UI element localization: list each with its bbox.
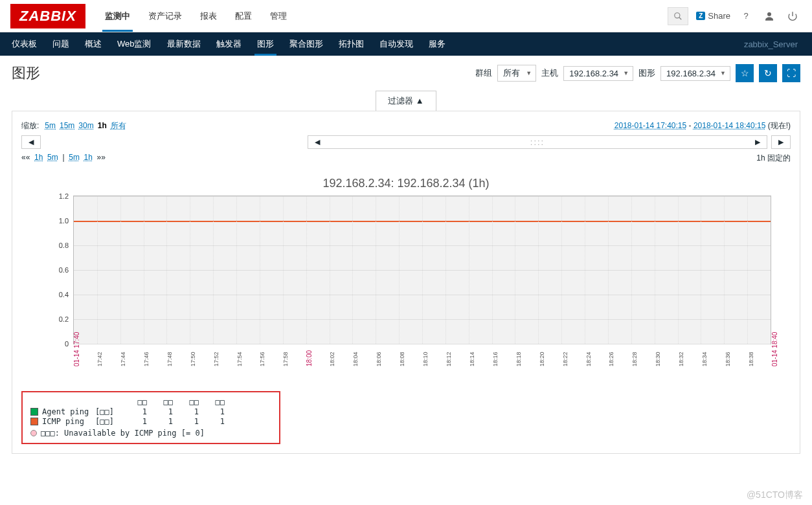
power-icon[interactable] bbox=[785, 8, 800, 24]
sub-nav-2[interactable]: 概述 bbox=[77, 32, 109, 56]
sub-nav-9[interactable]: 自动发现 bbox=[372, 32, 421, 56]
zoom-label: 缩放: bbox=[21, 120, 39, 131]
legend-swatch bbox=[30, 408, 38, 416]
sub-nav-7[interactable]: 聚合图形 bbox=[282, 32, 331, 56]
x-tick: 18:00 bbox=[306, 350, 313, 366]
main-nav-2[interactable]: 报表 bbox=[191, 0, 226, 32]
filter-toggle[interactable]: 过滤器 ▲ bbox=[376, 91, 436, 111]
y-tick: 0.6 bbox=[59, 266, 74, 274]
x-tick: 17:50 bbox=[190, 352, 196, 366]
sub-nav-5[interactable]: 触发器 bbox=[209, 32, 249, 56]
time-to[interactable]: 2018-01-14 18:40:15 bbox=[694, 121, 765, 130]
nav-prev[interactable]: ◀ bbox=[21, 135, 41, 149]
step-fwd-1h[interactable]: 1h bbox=[84, 153, 93, 162]
x-tick: 18:36 bbox=[725, 352, 731, 366]
chart-title: 192.168.2.34: 192.168.2.34 (1h) bbox=[21, 177, 791, 190]
favorite-button[interactable]: ☆ bbox=[736, 64, 754, 82]
fixed-label: 1h 固定的 bbox=[756, 153, 791, 164]
legend-row: Agent ping[□□]1111 bbox=[30, 407, 271, 416]
zoom-所有[interactable]: 所有 bbox=[111, 121, 126, 130]
group-select[interactable]: 所有 bbox=[497, 65, 536, 82]
host-select[interactable]: 192.168.2.34 bbox=[563, 66, 633, 81]
x-tick: 18:02 bbox=[329, 352, 335, 366]
zoom-1h[interactable]: 1h bbox=[98, 121, 107, 130]
y-tick: 0.8 bbox=[59, 241, 74, 249]
x-tick: 17:58 bbox=[282, 352, 289, 366]
step-back-1h[interactable]: 1h bbox=[34, 153, 43, 162]
x-boundary-start: 01-14 17:40 bbox=[73, 332, 80, 366]
sub-nav-10[interactable]: 服务 bbox=[421, 32, 453, 56]
step-back-5m[interactable]: 5m bbox=[47, 153, 58, 162]
main-nav-1[interactable]: 资产记录 bbox=[139, 0, 191, 32]
step-fwd-5m[interactable]: 5m bbox=[69, 153, 80, 162]
sub-nav-4[interactable]: 最新数据 bbox=[159, 32, 209, 56]
logo[interactable]: ZABBIX bbox=[10, 4, 85, 28]
sub-nav-0[interactable]: 仪表板 bbox=[4, 32, 45, 56]
x-tick: 18:12 bbox=[445, 352, 452, 366]
x-tick: 17:56 bbox=[259, 352, 265, 366]
x-tick: 18:16 bbox=[492, 352, 499, 366]
x-tick: 17:42 bbox=[96, 352, 103, 366]
refresh-button[interactable]: ↻ bbox=[759, 64, 777, 82]
host-label: 主机 bbox=[541, 67, 558, 79]
x-tick: 18:30 bbox=[655, 352, 661, 366]
time-from[interactable]: 2018-01-14 17:40:15 bbox=[615, 121, 686, 130]
main-nav-0[interactable]: 监测中 bbox=[96, 0, 139, 32]
x-tick: 18:38 bbox=[748, 352, 754, 366]
x-tick: 18:24 bbox=[585, 352, 592, 366]
x-tick: 17:52 bbox=[213, 352, 220, 366]
y-tick: 1.2 bbox=[59, 192, 74, 200]
x-tick: 18:22 bbox=[562, 352, 569, 366]
search-icon[interactable] bbox=[668, 7, 688, 25]
x-tick: 17:54 bbox=[236, 352, 243, 366]
trigger-marker bbox=[30, 430, 37, 436]
x-tick: 17:44 bbox=[120, 352, 126, 366]
y-tick: 0.4 bbox=[59, 291, 74, 298]
chart-legend: □□□□□□□□ Agent ping[□□]1111ICMP ping[□□]… bbox=[21, 391, 280, 444]
x-tick: 18:10 bbox=[422, 352, 429, 366]
fullscreen-button[interactable]: ⛶ bbox=[782, 64, 800, 82]
x-tick: 18:20 bbox=[539, 352, 545, 366]
x-tick: 17:48 bbox=[166, 352, 173, 366]
user-icon[interactable] bbox=[761, 8, 777, 24]
zoom-30m[interactable]: 30m bbox=[78, 121, 93, 130]
zoom-5m[interactable]: 5m bbox=[45, 121, 56, 130]
x-tick: 17:46 bbox=[143, 352, 150, 366]
main-nav-4[interactable]: 管理 bbox=[261, 0, 296, 32]
x-tick: 18:08 bbox=[399, 352, 405, 366]
slider-left[interactable]: ◀ bbox=[308, 136, 326, 148]
group-label: 群组 bbox=[475, 67, 492, 79]
svg-point-2 bbox=[767, 12, 771, 16]
zoom-15m[interactable]: 15m bbox=[60, 121, 74, 130]
page-title: 图形 bbox=[12, 63, 40, 83]
sub-nav-8[interactable]: 拓扑图 bbox=[331, 32, 372, 56]
slider-right[interactable]: ▶ bbox=[749, 136, 767, 148]
x-tick: 18:34 bbox=[701, 352, 708, 366]
svg-point-0 bbox=[675, 12, 680, 17]
x-tick: 18:28 bbox=[631, 352, 638, 366]
y-tick: 1.0 bbox=[59, 217, 74, 225]
x-tick: 18:32 bbox=[678, 352, 684, 366]
share-button[interactable]: ZShare bbox=[696, 11, 730, 21]
legend-swatch bbox=[30, 418, 38, 425]
server-label: zabbix_Server bbox=[744, 39, 808, 49]
nav-next[interactable]: ▶ bbox=[771, 135, 791, 149]
sub-nav-1[interactable]: 问题 bbox=[45, 32, 77, 56]
y-tick: 0 bbox=[65, 340, 74, 348]
sub-nav-6[interactable]: 图形 bbox=[249, 32, 282, 56]
trigger-text: □□□: Unavailable by ICMP ping [= 0] bbox=[41, 429, 205, 438]
x-boundary-end: 01-14 18:40 bbox=[771, 332, 778, 366]
graph-select[interactable]: 192.168.2.34 bbox=[660, 66, 730, 81]
x-tick: 18:26 bbox=[608, 352, 615, 366]
graph-select-label: 图形 bbox=[638, 67, 655, 79]
y-tick: 0.2 bbox=[59, 315, 74, 323]
sub-nav-3[interactable]: Web监测 bbox=[109, 32, 159, 56]
help-icon[interactable]: ? bbox=[738, 8, 754, 24]
x-tick: 18:18 bbox=[515, 352, 522, 366]
chart-plot: 00.20.40.60.81.01.2 bbox=[73, 196, 771, 344]
main-nav-3[interactable]: 配置 bbox=[226, 0, 261, 32]
legend-row: ICMP ping[□□]1111 bbox=[30, 417, 271, 426]
time-slider[interactable]: ◀ :::: ▶ bbox=[308, 135, 767, 149]
svg-line-1 bbox=[679, 17, 682, 19]
time-range: 2018-01-14 17:40:15 - 2018-01-14 18:40:1… bbox=[615, 120, 791, 131]
